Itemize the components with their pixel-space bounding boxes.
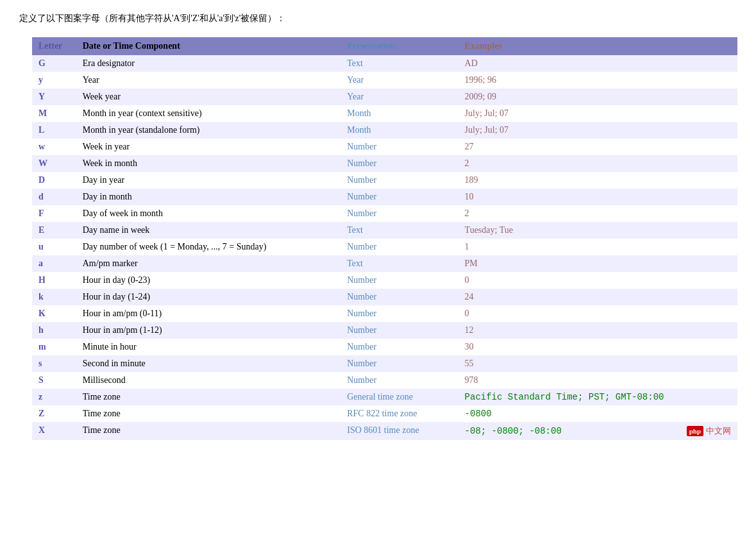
cell-component: Day name in week xyxy=(76,222,341,239)
cell-presentation: Number xyxy=(340,372,458,389)
cell-letter: K xyxy=(32,305,76,322)
table-row: LMonth in year (standalone form)MonthJul… xyxy=(32,122,737,139)
cell-examples: 0 xyxy=(458,272,737,289)
table-row: ZTime zoneRFC 822 time zone-0800 xyxy=(32,405,737,422)
table-row: mMinute in hourNumber30 xyxy=(32,339,737,355)
cell-examples: 55 xyxy=(458,355,737,372)
cell-presentation: Number xyxy=(340,355,458,372)
cell-presentation: Number xyxy=(340,339,458,355)
table-row: hHour in am/pm (1-12)Number12 xyxy=(32,322,737,339)
table-row: KHour in am/pm (0-11)Number0 xyxy=(32,305,737,322)
cell-examples: 27 xyxy=(458,139,737,155)
cell-component: Day of week in month xyxy=(76,205,341,222)
cell-component: Minute in hour xyxy=(76,339,341,355)
intro-text: 定义了以下图案字母（所有其他字符从'A'到'Z'和从'a'到'z'被保留）： xyxy=(19,13,737,24)
cell-component: Day in year xyxy=(76,172,341,189)
php-badge: php xyxy=(687,426,703,436)
table-row: wWeek in yearNumber27 xyxy=(32,139,737,155)
cell-component: Am/pm marker xyxy=(76,255,341,272)
cell-presentation: Number xyxy=(340,289,458,305)
table-wrapper: Letter Date or Time Component Presentati… xyxy=(32,37,737,440)
header-examples: Examples xyxy=(458,37,737,55)
table-row: yYearYear1996; 96 xyxy=(32,72,737,89)
cell-letter: d xyxy=(32,189,76,205)
cell-component: Month in year (standalone form) xyxy=(76,122,341,139)
cell-examples: 978 xyxy=(458,372,737,389)
cell-examples: Pacific Standard Time; PST; GMT-08:00 xyxy=(458,389,737,405)
cell-component: Time zone xyxy=(76,422,341,440)
header-presentation: Presentation xyxy=(340,37,458,55)
cell-component: Year xyxy=(76,72,341,89)
table-row: XTime zoneISO 8601 time zone-08; -0800; … xyxy=(32,422,737,440)
table-row: GEra designatorTextAD xyxy=(32,55,737,72)
cell-component: Week year xyxy=(76,89,341,105)
table-row: zTime zoneGeneral time zonePacific Stand… xyxy=(32,389,737,405)
cell-letter: u xyxy=(32,239,76,255)
cell-examples: July; Jul; 07 xyxy=(458,122,737,139)
table-row: dDay in monthNumber10 xyxy=(32,189,737,205)
cell-presentation: Text xyxy=(340,55,458,72)
cell-examples: July; Jul; 07 xyxy=(458,105,737,122)
cell-presentation: Month xyxy=(340,122,458,139)
cell-examples: Tuesday; Tue xyxy=(458,222,737,239)
cell-examples: 0 xyxy=(458,305,737,322)
table-row: YWeek yearYear2009; 09 xyxy=(32,89,737,105)
cell-presentation: Number xyxy=(340,205,458,222)
cell-component: Month in year (context sensitive) xyxy=(76,105,341,122)
cell-presentation: Year xyxy=(340,89,458,105)
cell-letter: k xyxy=(32,289,76,305)
cell-letter: F xyxy=(32,205,76,222)
cell-presentation: RFC 822 time zone xyxy=(340,405,458,422)
cell-letter: z xyxy=(32,389,76,405)
php-badge-wrapper: php中文网 xyxy=(687,425,731,437)
cell-presentation: Number xyxy=(340,272,458,289)
table-row: uDay number of week (1 = Monday, ..., 7 … xyxy=(32,239,737,255)
cell-component: Hour in am/pm (1-12) xyxy=(76,322,341,339)
cell-letter: Z xyxy=(32,405,76,422)
header-letter: Letter xyxy=(32,37,76,55)
cell-letter: w xyxy=(32,139,76,155)
table-body: GEra designatorTextADyYearYear1996; 96YW… xyxy=(32,55,737,440)
cell-component: Day in month xyxy=(76,189,341,205)
cell-presentation: Year xyxy=(340,72,458,89)
cell-examples: 2 xyxy=(458,155,737,172)
table-row: sSecond in minuteNumber55 xyxy=(32,355,737,372)
table-row: MMonth in year (context sensitive)MonthJ… xyxy=(32,105,737,122)
cell-presentation: Number xyxy=(340,239,458,255)
cell-examples: PM xyxy=(458,255,737,272)
cell-letter: s xyxy=(32,355,76,372)
cell-component: Era designator xyxy=(76,55,341,72)
cell-examples: AD xyxy=(458,55,737,72)
cell-presentation: Text xyxy=(340,255,458,272)
cell-examples: 1 xyxy=(458,239,737,255)
cell-presentation: Month xyxy=(340,105,458,122)
cell-examples: 2009; 09 xyxy=(458,89,737,105)
cell-examples: 24 xyxy=(458,289,737,305)
cell-component: Time zone xyxy=(76,405,341,422)
table-row: FDay of week in monthNumber2 xyxy=(32,205,737,222)
cell-presentation: Number xyxy=(340,189,458,205)
table-row: DDay in yearNumber189 xyxy=(32,172,737,189)
cell-presentation: ISO 8601 time zone xyxy=(340,422,458,440)
cell-letter: h xyxy=(32,322,76,339)
cell-examples: 10 xyxy=(458,189,737,205)
cell-presentation: Number xyxy=(340,172,458,189)
cell-examples: 2 xyxy=(458,205,737,222)
cell-presentation: General time zone xyxy=(340,389,458,405)
cell-examples: 12 xyxy=(458,322,737,339)
cell-letter: Y xyxy=(32,89,76,105)
cell-letter: G xyxy=(32,55,76,72)
cell-component: Hour in day (0-23) xyxy=(76,272,341,289)
table-header-row: Letter Date or Time Component Presentati… xyxy=(32,37,737,55)
cell-presentation: Number xyxy=(340,155,458,172)
table-row: WWeek in monthNumber2 xyxy=(32,155,737,172)
table-row: HHour in day (0-23)Number0 xyxy=(32,272,737,289)
table-row: kHour in day (1-24)Number24 xyxy=(32,289,737,305)
cell-component: Week in month xyxy=(76,155,341,172)
cell-presentation: Number xyxy=(340,322,458,339)
cell-component: Hour in am/pm (0-11) xyxy=(76,305,341,322)
cell-letter: M xyxy=(32,105,76,122)
table-row: EDay name in weekTextTuesday; Tue xyxy=(32,222,737,239)
cell-examples: 189 xyxy=(458,172,737,189)
cell-examples: -0800 xyxy=(458,405,737,422)
